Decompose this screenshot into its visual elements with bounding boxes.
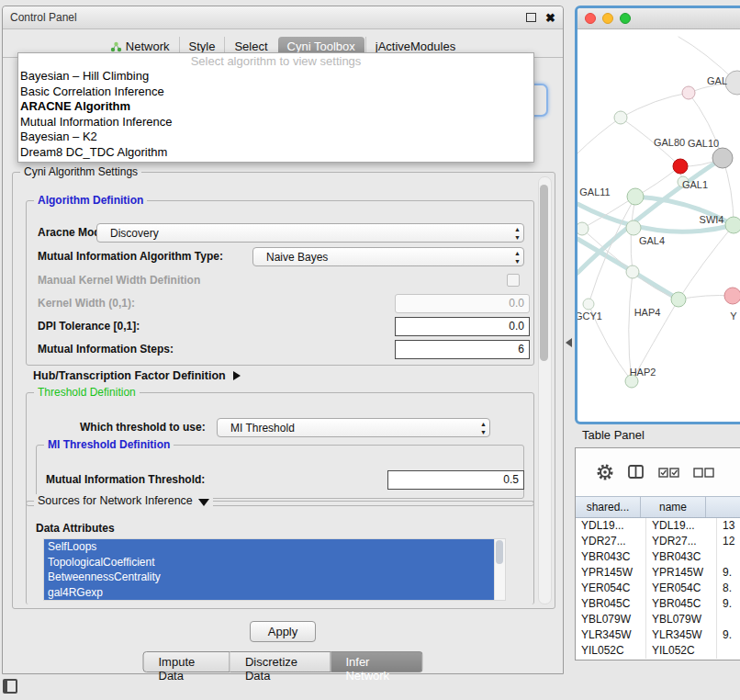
tab-label: Network [126,40,170,53]
column-header-shared[interactable]: shared... [576,497,641,517]
table-row[interactable]: YBR043CYBR043C [576,549,740,565]
network-node[interactable] [626,265,639,278]
table-panel-window: shared... name YDL19...YDL19...13YDR27..… [575,447,740,660]
network-node-label: GCY1 [577,310,602,322]
network-node[interactable] [577,222,589,235]
network-node-label: GAL11 [579,186,610,198]
network-edge [577,118,621,153]
network-node[interactable] [614,111,627,124]
table-row[interactable]: YBR045CYBR045C9. [576,596,740,612]
table-body: YDL19...YDL19...13YDR27...YDR27...12YBR0… [576,518,740,660]
mi-threshold-field[interactable]: 0.5 [387,470,524,490]
network-node[interactable] [725,71,740,95]
window-title: Control Panel [10,11,77,24]
table-row[interactable]: YPR145WYPR145W9. [576,565,740,581]
table-row[interactable]: YBL079WYBL079W [576,612,740,627]
table-row[interactable]: YIL052CYIL052C [576,643,740,659]
cyni-algorithm-settings-group: Cyni Algorithm Settings Algorithm Defini… [12,172,555,609]
network-node[interactable] [725,217,740,233]
select-all-checkboxes-icon[interactable] [658,467,680,479]
table-row[interactable]: YDR27...YDR27...12 [576,534,740,549]
kernel-width-field[interactable]: 0.0 [395,294,530,313]
network-node[interactable] [626,220,641,235]
deselect-all-checkboxes-icon[interactable] [693,467,715,479]
mi-threshold-group: MI Threshold Definition Mutual Informati… [36,445,524,499]
network-node-label: GAL4 [639,235,665,246]
hub-definition-toggle[interactable]: Hub/Transcription Factor Definition [33,369,241,382]
dropdown-item-selected[interactable]: ARACNE Algorithm [18,99,533,115]
attribute-item[interactable]: BetweennessCentrality [44,570,505,585]
dpi-tolerance-label: DPI Tolerance [0,1]: [38,320,140,333]
tab-discretize-data[interactable]: Discretize Data [230,651,331,672]
network-node[interactable] [682,86,695,99]
aracne-mode-select[interactable]: Discovery ▲▼ [96,223,524,243]
dropdown-item[interactable]: Bayesian – K2 [18,130,533,145]
dropdown-item[interactable]: Basic Correlation Inference [18,85,533,100]
sources-title: Sources for Network Inference [38,494,193,507]
network-node[interactable] [583,299,594,310]
network-edge [582,229,633,272]
table-cell: 13 [717,518,740,534]
panel-dock-icon[interactable] [3,679,17,694]
mi-type-select[interactable]: Naive Bayes ▲▼ [252,247,524,266]
table-row[interactable]: YDL19...YDL19...13 [576,518,740,534]
dpi-tolerance-field[interactable]: 0.0 [395,317,530,336]
table-cell: YIL052C [646,643,717,659]
network-canvas[interactable]: GALGAL80GAL10GAL1GAL11SWI4GAL4GCY1HAP4YH… [577,29,740,419]
dropdown-item[interactable]: Bayesian – Hill Climbing [18,69,533,85]
gear-icon[interactable] [596,463,614,481]
table-row[interactable]: YER054CYER054C8. [576,581,740,596]
network-window-titlebar[interactable] [577,8,740,29]
splitter-collapse-arrow[interactable] [566,338,572,347]
column-header-extra[interactable] [706,497,740,517]
settings-scrollbar-thumb[interactable] [540,185,548,361]
network-node[interactable] [673,159,688,174]
table-row[interactable]: YLR345WYLR345W9. [576,627,740,643]
network-node[interactable] [671,292,686,307]
sources-toggle[interactable]: Sources for Network Inference [34,494,213,507]
table-cell: YBR043C [646,549,717,565]
columns-icon[interactable] [627,464,645,480]
table-cell: YDL19... [576,518,646,534]
which-threshold-select[interactable]: MI Threshold ▲▼ [217,418,490,437]
tab-impute-data[interactable]: Impute Data [143,651,230,672]
table-cell: 8. [717,581,740,596]
float-icon[interactable] [526,13,536,22]
mi-steps-field[interactable]: 6 [395,340,530,359]
close-traffic-light[interactable] [585,13,596,24]
titlebar[interactable]: Control Panel ✖ [3,6,563,29]
settings-scrollbar[interactable] [538,176,552,604]
network-node-label: GAL10 [688,138,719,149]
attribute-item[interactable]: SelfLoops [44,539,505,555]
table-cell: YPR145W [646,565,717,581]
close-icon[interactable]: ✖ [545,12,555,24]
list-scrollbar-thumb[interactable] [496,540,503,564]
network-edge [621,93,689,118]
attribute-item[interactable]: TopologicalCoefficient [44,555,505,570]
network-node[interactable] [627,188,644,205]
network-node[interactable] [724,288,740,304]
apply-button[interactable]: Apply [250,621,316,642]
manual-kernel-checkbox[interactable] [507,274,520,287]
network-node-label: SWI4 [700,214,724,225]
group-title: Cyni Algorithm Settings [20,165,141,178]
list-scrollbar[interactable] [494,539,505,600]
expand-arrow-icon [198,499,209,506]
table-header: shared... name [576,496,740,518]
network-edge [629,272,633,381]
table-cell: 9. [717,565,740,581]
dropdown-item[interactable]: Dream8 DC_TDC Algorithm [18,145,533,161]
table-cell: YBL079W [576,612,646,627]
table-toolbar [576,448,740,496]
dropdown-item[interactable]: Mutual Information Inference [18,115,533,130]
minimize-traffic-light[interactable] [602,13,613,24]
attributes-listbox[interactable]: SelfLoops TopologicalCoefficient Between… [43,538,506,601]
tab-infer-network[interactable]: Infer Network [331,651,422,672]
table-cell: YBR045C [576,596,646,612]
table-cell [717,549,740,565]
attribute-item[interactable]: gal4RGexp [44,585,505,601]
collapse-arrow-icon [233,371,241,380]
network-node[interactable] [712,148,733,168]
column-header-name[interactable]: name [641,497,706,517]
zoom-traffic-light[interactable] [620,13,631,24]
